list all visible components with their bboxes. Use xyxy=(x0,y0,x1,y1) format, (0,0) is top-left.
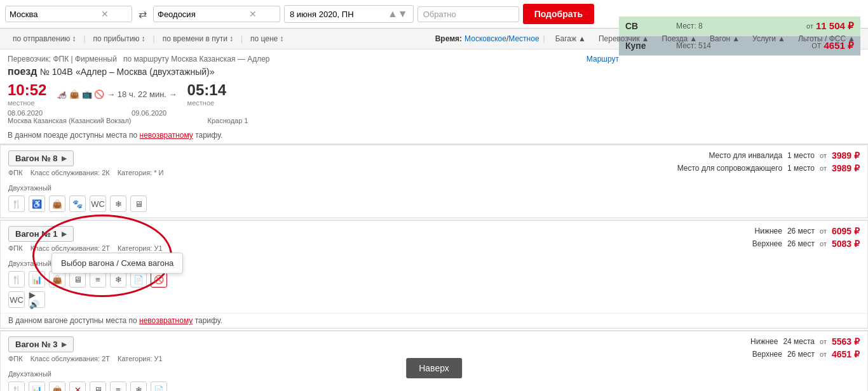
route-link[interactable]: Маршрут xyxy=(587,55,619,63)
wagon-1-section: Вагон № 1 ▶ ФПК Класс обслуживания: 2Т К… xyxy=(0,220,868,329)
screen-icon: 🖥 xyxy=(130,196,147,212)
wagon-3-seat2-from: от xyxy=(820,350,827,358)
from-input[interactable] xyxy=(10,10,98,19)
from-clear-btn[interactable]: ✕ xyxy=(101,9,109,19)
sv-class: СВ xyxy=(625,21,676,31)
back-input-wrap[interactable]: Обратно xyxy=(417,6,519,22)
filter-services[interactable]: Услуги▲ xyxy=(746,32,792,46)
train-times: 10:52 местное 🦽 👜 📺 🚫 → 18 ч. 22 мин. → … xyxy=(8,81,860,107)
food-icon: 🍴 xyxy=(8,271,25,288)
wagon-8-seat1-row: Место для инвалида 1 место от 3989 ₽ xyxy=(677,150,860,161)
main-content: СВ Мест: 8 от 11 504 ₽ Купе Мест: 514 ОТ… xyxy=(0,50,868,391)
wagon-1-type: Двухэтажный xyxy=(8,260,51,267)
arr-station: Краснодар 1 xyxy=(208,117,248,124)
snow-icon: ❄ xyxy=(110,196,126,212)
wagon-8-left: Вагон № 8 ▶ ФПК Класс обслуживания: 2К К… xyxy=(8,150,173,212)
wagon-8-seat1-type: Место для инвалида xyxy=(709,151,782,160)
time-local-link[interactable]: Местное xyxy=(508,34,539,43)
search-button[interactable]: Подобрать xyxy=(523,4,594,24)
wagon-8-icons: 🍴 ♿ 👜 🐾 WC ❄ 🖥 xyxy=(8,196,173,212)
wagon-8-seat2-price: 3989 ₽ xyxy=(832,163,860,173)
filter-wagon[interactable]: Вагон▲ xyxy=(703,32,746,46)
wagon-3-seat1-count: 24 места xyxy=(783,337,815,346)
dep-station: Москва Казанская (Казанский Вокзал) xyxy=(8,117,132,124)
filter-by-arrival[interactable]: по прибытию↕ xyxy=(87,32,152,46)
to-clear-btn[interactable]: ✕ xyxy=(249,9,257,19)
wagon-8-row: Вагон № 8 ▶ ФПК Класс обслуживания: 2К К… xyxy=(1,145,867,218)
wagon-1-seat1-count: 26 мест xyxy=(787,227,815,235)
wagon-8-seat2-count: 1 место xyxy=(787,164,815,173)
date-input[interactable] xyxy=(290,10,385,19)
pet-icon: 🐾 xyxy=(69,196,86,212)
food-icon: 🍴 xyxy=(8,196,25,212)
to-input[interactable] xyxy=(158,10,247,19)
time-label: Время: xyxy=(435,34,462,43)
filter-carrier[interactable]: Перевозчик▲ xyxy=(592,32,656,46)
wagon-8-type: Двухэтажный xyxy=(8,184,51,192)
wagon-8-label: Вагон № 8 xyxy=(15,154,58,163)
wheelchair-icon: ♿ xyxy=(29,196,45,212)
wagon-3-seat2-type: Верхнее xyxy=(752,350,782,359)
wagon-3-seat1-price: 5563 ₽ xyxy=(832,336,860,347)
to-input-wrap: ✕ xyxy=(153,6,280,22)
wagon-1-refund-link[interactable]: невозвратному xyxy=(139,316,193,325)
wagon-8-btn[interactable]: Вагон № 8 ▶ xyxy=(8,150,74,166)
wagon-3-btn[interactable]: Вагон № 3 ▶ xyxy=(8,336,74,352)
wagon-3-seat2-count: 26 мест xyxy=(787,350,815,359)
wagon-1-notice: В данном вагоне доступны места по невозв… xyxy=(1,314,867,328)
wagon-3-type: Двухэтажный xyxy=(8,370,51,378)
swap-button[interactable]: ⇄ xyxy=(136,8,149,20)
wagon-8-seat2-row: Место для сопровождающего 1 место от 398… xyxy=(677,163,860,173)
filter-by-departure[interactable]: по отправлению↕ xyxy=(6,32,82,46)
wagon-1-row: Вагон № 1 ▶ ФПК Класс обслуживания: 2Т К… xyxy=(1,221,867,314)
wagon-1-seat2-price: 5083 ₽ xyxy=(832,239,860,249)
lines3-icon: ≡ xyxy=(110,381,126,391)
wagon-3-arrow-icon: ▶ xyxy=(62,341,67,348)
screen3-icon: 🖥 xyxy=(90,381,106,391)
sv-seats: Мест: 8 xyxy=(676,22,806,30)
doc3-icon: 📄 xyxy=(151,381,167,391)
wagon-1-seat1-price: 6095 ₽ xyxy=(832,226,860,236)
wagon-3-left: Вагон № 3 ▶ ФПК Класс обслуживания: 2Т К… xyxy=(8,336,173,391)
filter-by-duration[interactable]: по времени в пути↕ xyxy=(156,32,240,46)
time-moscow-link[interactable]: Московское xyxy=(465,34,506,43)
to-top-button[interactable]: Наверх xyxy=(406,358,462,378)
wagon-3-right: Нижнее 24 места от 5563 ₽ Верхнее 26 мес… xyxy=(707,336,860,362)
wagon-1-btn[interactable]: Вагон № 1 ▶ xyxy=(8,226,74,242)
food3-icon: 🍴 xyxy=(8,381,25,391)
bag3-icon: 👜 xyxy=(49,381,65,391)
arrival-time: 05:14 xyxy=(187,81,226,99)
wagon-8-right: Место для инвалида 1 место от 3989 ₽ Мес… xyxy=(677,150,860,176)
wagon-1-arrow-icon: ▶ xyxy=(62,230,67,237)
departure-label: местное xyxy=(8,99,46,107)
from-input-wrap: ✕ xyxy=(5,6,132,22)
filter-baggage[interactable]: Багаж▲ xyxy=(549,32,592,46)
filter-benefits[interactable]: Льготы / ФСС▲ xyxy=(792,32,862,46)
cross3-icon: ✕ xyxy=(69,381,86,391)
dep-date: 08.06.2020 xyxy=(8,109,43,117)
filter-trains[interactable]: Поезда▲ xyxy=(656,32,704,46)
wagon-3-category: Категория: У1 xyxy=(118,355,163,362)
wagon-8-seat1-price: 3989 ₽ xyxy=(832,150,860,161)
wagon-1-right: Нижнее 26 мест от 6095 ₽ Верхнее 26 мест… xyxy=(707,226,860,251)
wagon-1-seat2-from: от xyxy=(820,240,827,248)
train-refund-link[interactable]: невозвратному xyxy=(140,131,193,140)
departure-block: 10:52 местное xyxy=(8,81,46,107)
filter-by-price[interactable]: по цене↕ xyxy=(244,32,290,46)
wagon-3-class: Класс обслуживания: 2Т xyxy=(31,355,110,362)
wagon-1-seat1-type: Нижнее xyxy=(755,227,782,235)
train-dates: 08.06.2020 09.06.2020 xyxy=(8,109,860,117)
back-placeholder: Обратно xyxy=(423,10,456,19)
wagon-3-label: Вагон № 3 xyxy=(15,340,58,349)
wc-icon: WC xyxy=(90,196,106,212)
arrival-block: 05:14 местное xyxy=(187,81,226,107)
wagon-8-fpk: ФПК xyxy=(8,169,23,176)
wagon-1-seat1-from: от xyxy=(820,227,827,235)
chart-icon: 📊 xyxy=(29,271,45,288)
train-refund-notice: В данном поезде доступны места по невозв… xyxy=(8,127,860,143)
popup-text: Выбор вагона / Схема вагона xyxy=(61,258,173,268)
sv-from-label: от xyxy=(806,22,813,30)
wagon-3-seat1-row: Нижнее 24 места от 5563 ₽ xyxy=(707,336,860,347)
snow3-icon: ❄ xyxy=(130,381,147,391)
wagon-select-popup[interactable]: Выбор вагона / Схема вагона xyxy=(51,253,183,274)
